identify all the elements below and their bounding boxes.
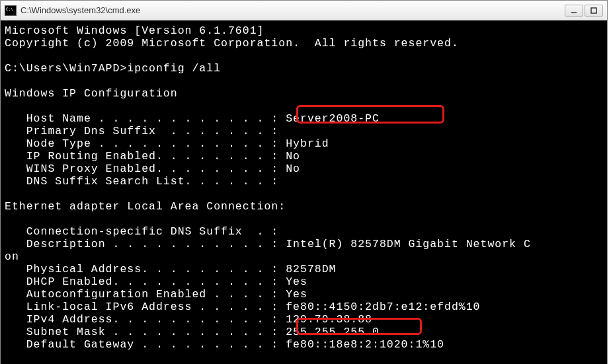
field-descwrap-label: on bbox=[5, 250, 19, 263]
titlebar: C:\Windows\system32\cmd.exe bbox=[1, 1, 607, 20]
field-winsproxy-value: No bbox=[286, 163, 300, 175]
minimize-icon bbox=[571, 7, 577, 14]
field-description-label: Description . . . . . . . . . . . : bbox=[5, 238, 286, 250]
maximize-button[interactable] bbox=[585, 5, 603, 17]
field-iprouting-label: IP Routing Enabled. . . . . . . . : bbox=[5, 150, 286, 163]
section-winipconfig: Windows IP Configuration bbox=[5, 87, 178, 100]
field-linklocal-label: Link-local IPv6 Address . . . . . : bbox=[5, 301, 286, 313]
field-autoconfig-value: Yes bbox=[286, 288, 307, 301]
field-hostname-label: Host Name . . . . . . . . . . . . : bbox=[5, 112, 286, 125]
field-subnet-label: Subnet Mask . . . . . . . . . . . : bbox=[5, 326, 286, 338]
field-winsproxy-label: WINS Proxy Enabled. . . . . . . . : bbox=[5, 163, 286, 175]
window-controls bbox=[565, 5, 603, 17]
field-hostname-value: Server2008-PC bbox=[286, 112, 380, 125]
minimize-button[interactable] bbox=[565, 5, 583, 17]
cmd-icon bbox=[5, 5, 17, 16]
field-subnet-value: 255.255.255.0 bbox=[286, 326, 380, 338]
field-dhcp-value: Yes bbox=[286, 275, 307, 288]
field-dnssuffix-label: DNS Suffix Search List. . . . . . : bbox=[5, 175, 278, 188]
titlebar-left: C:\Windows\system32\cmd.exe bbox=[5, 5, 140, 16]
field-nodetype-label: Node Type . . . . . . . . . . . . : bbox=[5, 137, 286, 150]
console-output: Microsoft Windows [Version 6.1.7601] Cop… bbox=[1, 20, 607, 364]
field-dhcp-label: DHCP Enabled. . . . . . . . . . . : bbox=[5, 275, 286, 288]
window-title: C:\Windows\system32\cmd.exe bbox=[20, 5, 140, 15]
section-adapter-header: Ethernet adapter Local Area Connection: bbox=[5, 200, 286, 213]
field-gateway-label: Default Gateway . . . . . . . . . : bbox=[5, 338, 286, 351]
field-description-value: Intel(R) 82578DM Gigabit Network C bbox=[286, 238, 531, 250]
field-connsuffix-label: Connection-specific DNS Suffix . : bbox=[5, 225, 278, 238]
field-physaddr-label: Physical Address. . . . . . . . . : bbox=[5, 263, 286, 275]
svg-rect-1 bbox=[591, 8, 596, 13]
maximize-icon bbox=[590, 7, 597, 14]
banner-line1: Microsoft Windows [Version 6.1.7601] bbox=[5, 24, 264, 37]
field-physaddr-value: 82578DM bbox=[286, 263, 336, 275]
field-ipv4-value: 129.79.38.88 bbox=[286, 313, 372, 326]
field-iprouting-value: No bbox=[286, 150, 300, 163]
field-gateway-value: fe80::18e8:2:1020:1%10 bbox=[286, 338, 444, 351]
banner-line2: Copyright (c) 2009 Microsoft Corporation… bbox=[5, 37, 459, 50]
field-primarydns-label: Primary Dns Suffix . . . . . . . : bbox=[5, 125, 278, 137]
prompt-line: C:\Users\Win7APD>ipconfig /all bbox=[5, 62, 221, 75]
field-linklocal-value: fe80::4150:2db7:e12:efdd%10 bbox=[286, 301, 480, 313]
field-ipv4-label: IPv4 Address. . . . . . . . . . . : bbox=[5, 313, 286, 326]
cmd-window: C:\Windows\system32\cmd.exe Microsoft Wi… bbox=[0, 0, 608, 364]
field-nodetype-value: Hybrid bbox=[286, 137, 329, 150]
field-autoconfig-label: Autoconfiguration Enabled . . . . : bbox=[5, 288, 286, 301]
